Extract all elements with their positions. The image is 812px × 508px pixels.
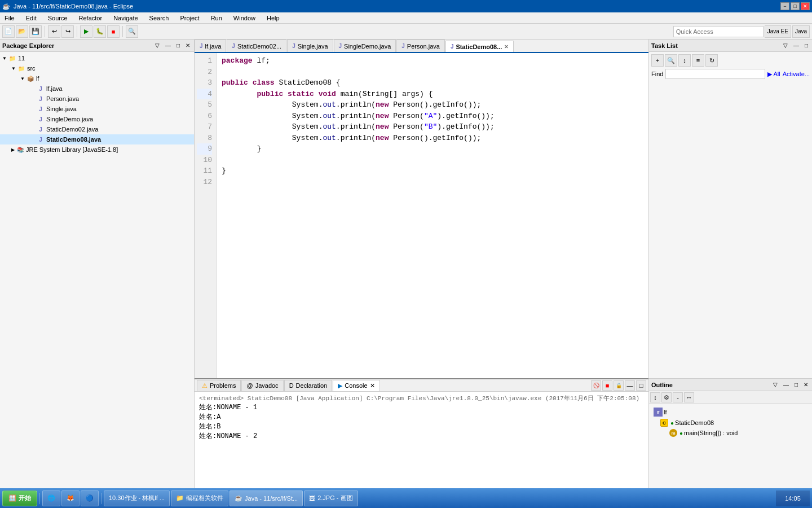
task-filter-button[interactable]: 🔍 <box>665 54 677 67</box>
outline-close[interactable]: ✕ <box>802 381 810 388</box>
taskbar-ie[interactable]: 🌐 <box>42 491 60 506</box>
package-explorer-minimize[interactable]: — <box>164 42 173 49</box>
new-button[interactable]: 📄 <box>2 25 15 38</box>
expand-arrow-jre[interactable]: ▶ <box>11 147 15 152</box>
taskbar-item-1-label: 10.30作业 - 林枫lf ... <box>109 494 165 502</box>
outline-filter-btn[interactable]: ⚙ <box>661 392 672 402</box>
package-explorer-maximize[interactable]: □ <box>175 42 182 49</box>
tree-item-lf[interactable]: ▼ 📦 lf <box>0 73 194 84</box>
tree-item-person-java[interactable]: J Person.java <box>0 94 194 104</box>
search-button[interactable]: 🔍 <box>126 25 138 38</box>
console-clear-button[interactable]: 🚫 <box>591 380 601 391</box>
outline-item-method[interactable]: m ● main(String[]) : void <box>651 428 810 438</box>
tab-person[interactable]: J Person.java <box>396 40 445 52</box>
expand-arrow-11[interactable]: ▼ <box>2 56 7 61</box>
java-button[interactable]: Java <box>792 25 810 38</box>
outline-minimize[interactable]: — <box>782 381 791 388</box>
menu-item-search[interactable]: Search <box>147 14 171 23</box>
expand-arrow-lf[interactable]: ▼ <box>20 76 25 81</box>
java-ee-button[interactable]: Java EE <box>765 25 791 38</box>
code-editor[interactable]: 1 2 3 4 5 6 7 8 9 10 11 12 package lf; p… <box>195 53 648 378</box>
outline-sync-btn[interactable]: ↔ <box>684 392 694 402</box>
task-sort-button[interactable]: ↕ <box>678 54 691 67</box>
tab-console[interactable]: ▶ Console ✕ <box>333 380 379 391</box>
tree-item-singledemo-java[interactable]: J SingleDemo.java <box>0 114 194 124</box>
menu-item-file[interactable]: File <box>2 14 17 23</box>
save-button[interactable]: 💾 <box>29 25 42 38</box>
console-maximize-button[interactable]: □ <box>636 380 646 391</box>
menu-item-project[interactable]: Project <box>178 14 201 23</box>
console-minimize-button[interactable]: — <box>625 380 635 391</box>
tab-declaration[interactable]: D Declaration <box>284 380 333 391</box>
tree-label-src: src <box>27 65 36 72</box>
menu-item-window[interactable]: Window <box>231 14 258 23</box>
console-scroll-lock-button[interactable]: 🔒 <box>614 380 624 391</box>
redo-button[interactable]: ↪ <box>61 25 74 38</box>
taskbar-item-1[interactable]: 10.30作业 - 林枫lf ... <box>104 491 170 506</box>
tab-problems[interactable]: ⚠ Problems <box>197 380 241 391</box>
menu-item-help[interactable]: Help <box>264 14 282 23</box>
tab-single[interactable]: J Single.java <box>287 40 333 52</box>
taskbar-item-3[interactable]: ☕ Java - 11/src/lf/St... <box>230 491 303 506</box>
tab-close-console[interactable]: ✕ <box>370 382 375 389</box>
run-button[interactable]: ▶ <box>80 25 92 38</box>
debug-button[interactable]: 🐛 <box>94 25 106 38</box>
package-explorer-menu[interactable]: ▽ <box>153 42 161 49</box>
outline-collapse-btn[interactable]: - <box>673 392 683 402</box>
public-method-marker: ● <box>679 430 683 436</box>
taskbar-firefox[interactable]: 🦊 <box>61 491 80 506</box>
tree-item-11[interactable]: ▼ 📁 11 <box>0 53 194 63</box>
tab-lf-java[interactable]: J lf.java <box>195 40 226 52</box>
undo-button[interactable]: ↩ <box>48 25 60 38</box>
maximize-button[interactable]: □ <box>791 2 800 10</box>
tree-item-staticdemo08[interactable]: J StaticDemo08.java <box>0 134 194 144</box>
tree-item-staticdemo02[interactable]: J StaticDemo02.java <box>0 124 194 134</box>
outline-item-class[interactable]: C ● StaticDemo08 <box>651 418 810 428</box>
find-input[interactable] <box>665 69 765 79</box>
task-list-minimize[interactable]: — <box>792 42 801 49</box>
menu-item-source[interactable]: Source <box>46 14 70 23</box>
start-label: 开始 <box>19 494 31 502</box>
task-group-button[interactable]: ≡ <box>692 54 704 67</box>
java-icon-singledemo: J <box>36 115 45 124</box>
outline-maximize[interactable]: □ <box>793 381 800 388</box>
tab-staticdemo08[interactable]: J StaticDemo08... ✕ <box>445 41 514 53</box>
start-button[interactable]: 🪟 开始 <box>2 491 37 506</box>
minimize-button[interactable]: − <box>780 2 789 10</box>
task-list-menu[interactable]: ▽ <box>782 42 789 49</box>
task-refresh-button[interactable]: ↻ <box>705 54 718 67</box>
menu-item-refactor[interactable]: Refactor <box>77 14 105 23</box>
tab-label-lf: lf.java <box>205 43 222 50</box>
outline-header: Outline ▽ — □ ✕ <box>649 379 812 391</box>
expand-arrow-src[interactable]: ▼ <box>11 66 16 71</box>
taskbar-chrome[interactable]: 🔵 <box>81 491 99 506</box>
open-button[interactable]: 📂 <box>16 25 28 38</box>
editor-area: J lf.java J StaticDemo02... J Single.jav… <box>195 40 648 491</box>
console-terminate-button[interactable]: ■ <box>602 380 612 391</box>
stop-button[interactable]: ■ <box>107 25 120 38</box>
task-new-button[interactable]: + <box>651 54 664 67</box>
tab-javadoc[interactable]: @ Javadoc <box>241 380 283 391</box>
close-button[interactable]: ✕ <box>801 2 810 10</box>
tree-item-src[interactable]: ▼ 📁 src <box>0 63 194 73</box>
menu-item-edit[interactable]: Edit <box>24 14 39 23</box>
tab-close-sd08[interactable]: ✕ <box>504 44 509 50</box>
outline-item-lf[interactable]: lf lf <box>651 406 810 418</box>
java-icon-person: J <box>36 94 45 103</box>
taskbar-item-2[interactable]: 📁 编程相关软件 <box>171 491 228 506</box>
code-content[interactable]: package lf; public class StaticDemo08 { … <box>217 53 648 378</box>
tree-item-lf-java[interactable]: J lf.java <box>0 84 194 94</box>
tree-item-single-java[interactable]: J Single.java <box>0 104 194 114</box>
menu-item-run[interactable]: Run <box>209 14 224 23</box>
tree-item-jre[interactable]: ▶ 📚 JRE System Library [JavaSE-1.8] <box>0 144 194 155</box>
package-explorer-close[interactable]: ✕ <box>184 42 192 49</box>
tab-staticdemo02[interactable]: J StaticDemo02... <box>227 40 286 52</box>
menu-item-navigate[interactable]: Navigate <box>111 14 140 23</box>
javadoc-icon: @ <box>246 382 253 389</box>
outline-sort-btn[interactable]: ↕ <box>650 392 660 402</box>
taskbar-item-4[interactable]: 🖼 2.JPG - 画图 <box>304 491 358 506</box>
tab-singledemo[interactable]: J SingleDemo.java <box>334 40 396 52</box>
task-list-maximize[interactable]: □ <box>803 42 810 49</box>
outline-menu[interactable]: ▽ <box>771 381 779 388</box>
quick-access-input[interactable] <box>673 26 764 37</box>
